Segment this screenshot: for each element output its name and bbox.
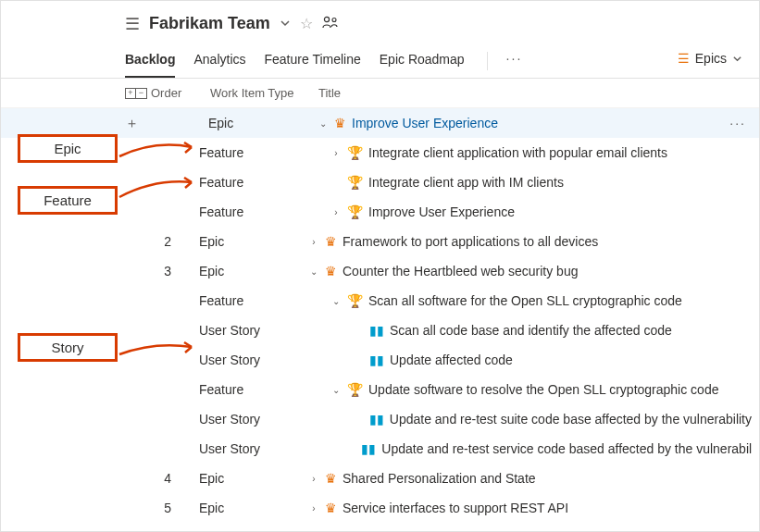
chevron-down-icon	[732, 54, 742, 64]
cell-type: Epic	[208, 116, 318, 130]
cell-title: ⌄ 🏆 Update software to resolve the Open …	[308, 382, 752, 397]
work-item-title: Counter the Heartbleed web security bug	[343, 264, 578, 278]
work-item-title: Service interfaces to support REST API	[343, 501, 568, 515]
annotation-story-label: Story	[18, 333, 118, 362]
work-item-title-link[interactable]: Improve User Experience	[352, 116, 498, 130]
epic-icon: ♛	[325, 235, 337, 248]
work-item-row[interactable]: User Story › ▮▮ Update and re-test servi…	[1, 434, 759, 464]
work-item-row[interactable]: User Story › ▮▮ Update and re-test suite…	[1, 404, 759, 434]
collapse-all-icon[interactable]: −	[136, 88, 147, 99]
cell-title: ⌄ ♛ Improve User Experience	[318, 116, 729, 130]
tab-overflow-button[interactable]: ···	[506, 51, 523, 71]
work-item-title: Scan all software for the Open SLL crypt…	[368, 293, 682, 308]
epics-level-icon: ☰	[678, 51, 690, 66]
chevron-down-icon[interactable]: ⌄	[330, 296, 342, 306]
work-item-title: Update software to resolve the Open SLL …	[368, 382, 718, 397]
cell-type: Feature	[199, 382, 308, 397]
cell-type: Feature	[199, 175, 308, 190]
cell-type: Epic	[199, 264, 308, 278]
feature-icon: 🏆	[347, 383, 363, 396]
work-item-row[interactable]: 4 Epic › ♛ Shared Personalization and St…	[1, 464, 759, 493]
work-item-title: Update affected code	[390, 353, 513, 367]
row-context-menu-button[interactable]: ···	[729, 116, 752, 130]
svg-point-1	[332, 19, 336, 22]
epic-icon: ♛	[325, 501, 337, 514]
work-item-title: Framework to port applications to all de…	[343, 234, 598, 249]
cell-type: User Story	[199, 412, 308, 427]
work-item-row[interactable]: 3 Epic ⌄ ♛ Counter the Heartbleed web se…	[1, 256, 759, 286]
cell-type: Feature	[199, 145, 308, 160]
chevron-down-icon[interactable]: ⌄	[330, 385, 342, 395]
work-item-row[interactable]: 5 Epic › ♛ Service interfaces to support…	[1, 493, 759, 523]
team-picker-chevron-icon[interactable]	[280, 17, 291, 31]
cell-title: ⌄ ♛ Counter the Heartbleed web security …	[308, 264, 752, 278]
chevron-down-icon[interactable]: ⌄	[318, 118, 329, 129]
cell-type: Epic	[199, 471, 308, 486]
page-header: ☰ Fabrikam Team ☆	[1, 1, 759, 41]
work-item-title: Integrate client app with IM clients	[368, 175, 564, 190]
cell-title: › ▮▮ Scan all code base and identify the…	[308, 323, 752, 338]
add-item-icon[interactable]: ＋	[125, 115, 181, 132]
chevron-right-icon[interactable]: ›	[330, 207, 342, 217]
backlog-level-icon: ☰	[125, 16, 140, 32]
chevron-down-icon[interactable]: ⌄	[308, 266, 319, 277]
cell-title: › 🏆 Improve User Experience	[308, 204, 752, 219]
tab-analytics[interactable]: Analytics	[193, 44, 245, 78]
work-item-title: Improve User Experience	[368, 204, 515, 219]
cell-title: › ♛ Service interfaces to support REST A…	[308, 501, 752, 515]
cell-order: 5	[125, 501, 199, 515]
expand-collapse-all[interactable]: + −	[125, 88, 147, 99]
cell-type: User Story	[199, 353, 308, 367]
feature-icon: 🏆	[347, 176, 363, 189]
col-header-order[interactable]: Order	[151, 86, 210, 100]
work-item-title: Shared Personalization and State	[343, 471, 536, 486]
cell-title: › 🏆 Integrate client application with po…	[308, 145, 752, 160]
annotation-feature-label: Feature	[18, 186, 118, 215]
tab-backlog[interactable]: Backlog	[125, 44, 175, 78]
cell-title: › 🏆 Integrate client app with IM clients	[308, 175, 752, 190]
cell-order: 2	[125, 234, 199, 249]
team-name: Fabrikam Team	[149, 14, 270, 33]
team-members-icon[interactable]	[322, 16, 339, 31]
grid-header: + − Order Work Item Type Title	[1, 79, 759, 108]
cell-title: › ▮▮ Update affected code	[308, 353, 752, 367]
col-header-title[interactable]: Title	[318, 86, 759, 100]
chevron-right-icon[interactable]: ›	[308, 503, 319, 513]
cell-order: 3	[125, 264, 199, 278]
cell-title: › ▮▮ Update and re-test service code bas…	[308, 441, 752, 456]
cell-type: User Story	[199, 441, 308, 456]
cell-title: › ♛ Shared Personalization and State	[308, 471, 752, 486]
tab-feature-timeline[interactable]: Feature Timeline	[265, 44, 361, 78]
chevron-right-icon[interactable]: ›	[308, 474, 319, 484]
work-item-row[interactable]: Feature ⌄ 🏆 Update software to resolve t…	[1, 375, 759, 404]
backlog-level-label: Epics	[695, 51, 727, 66]
cell-title: › ▮▮ Update and re-test suite code base …	[308, 412, 752, 427]
chevron-right-icon[interactable]: ›	[330, 148, 342, 158]
col-header-type[interactable]: Work Item Type	[210, 86, 318, 100]
work-item-title: Update and re-test service code based af…	[381, 441, 752, 456]
work-item-row[interactable]: 2 Epic › ♛ Framework to port application…	[1, 227, 759, 256]
work-item-title: Update and re-test suite code base affec…	[390, 412, 752, 427]
work-item-title: Integrate client application with popula…	[368, 145, 667, 160]
user-story-icon: ▮▮	[361, 442, 376, 455]
user-story-icon: ▮▮	[369, 413, 384, 426]
tab-epic-roadmap[interactable]: Epic Roadmap	[380, 44, 465, 78]
epic-icon: ♛	[334, 117, 346, 130]
expand-all-icon[interactable]: +	[125, 88, 136, 99]
cell-order: 4	[125, 471, 199, 486]
tab-divider	[487, 52, 488, 70]
annotation-epic-label: Epic	[18, 134, 118, 163]
epic-icon: ♛	[325, 265, 337, 278]
cell-title: ⌄ 🏆 Scan all software for the Open SLL c…	[308, 293, 752, 308]
work-item-title: Scan all code base and identify the affe…	[390, 323, 672, 338]
work-item-row[interactable]: Feature ⌄ 🏆 Scan all software for the Op…	[1, 286, 759, 315]
backlog-level-selector[interactable]: ☰ Epics	[678, 51, 742, 71]
cell-type: Epic	[199, 234, 308, 249]
cell-title: › ♛ Framework to port applications to al…	[308, 234, 752, 249]
backlog-grid: ＋ Epic ⌄ ♛ Improve User Experience ··· F…	[1, 108, 759, 523]
favorite-star-icon[interactable]: ☆	[300, 15, 313, 32]
chevron-right-icon[interactable]: ›	[308, 237, 319, 247]
feature-icon: 🏆	[347, 294, 363, 307]
user-story-icon: ▮▮	[369, 353, 384, 366]
cell-type: Epic	[199, 501, 308, 515]
